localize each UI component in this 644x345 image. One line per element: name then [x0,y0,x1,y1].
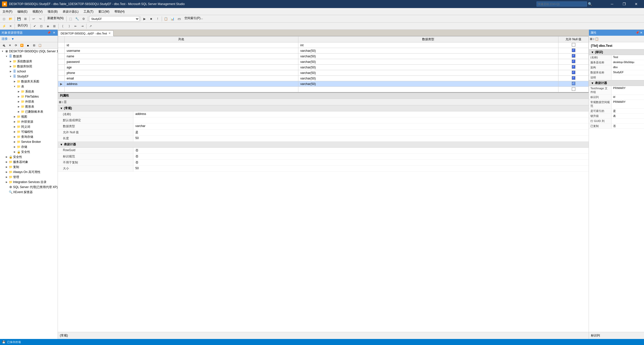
col-name-cell[interactable]: name [65,54,298,59]
col-nullable-cell[interactable] [558,48,589,54]
tree-tb-properties[interactable]: 📋 [37,43,43,48]
tb-btn12[interactable]: 📊 [170,16,176,22]
tb-redo-btn[interactable]: ↪ [37,16,43,22]
synonyms-toggle[interactable]: ▶ [13,124,17,129]
tree-tb-collapse[interactable]: ⊟ [31,43,37,48]
col-nullable-cell[interactable] [558,54,589,59]
restore-button[interactable]: ❐ [618,0,630,8]
spatial-index-button[interactable]: 空间索引(P)... [183,16,205,22]
table-row[interactable]: emailvarchar(50) [58,76,589,81]
nullable-checkbox[interactable] [572,60,575,63]
tree-db-snapshots[interactable]: ▶ 📁 数据库快照 [0,64,58,69]
menu-file[interactable]: 文件(F) [0,8,15,15]
nullable-checkbox[interactable] [572,76,575,80]
tree-tb-connect[interactable]: 🔌 [1,43,7,48]
rp-section-identity[interactable]: ▼ (标识) [589,49,644,55]
col-type-cell[interactable]: varchar(50) [298,59,558,65]
tree-server-objects[interactable]: ▶ 📁 服务器对象 [0,159,58,164]
database-dropdown[interactable]: StudyEF [89,16,139,22]
tb2-btn5[interactable]: ⟨ [60,23,66,29]
file-tables-toggle[interactable]: ▶ [17,94,21,99]
col-name-cell[interactable]: id [65,42,298,48]
tree-storage[interactable]: ▶ 📁 存储 [0,144,58,149]
prop-value-name[interactable]: address [133,111,589,117]
tree-external-res[interactable]: ▶ 📁 外部资源 [0,119,58,124]
col-name-cell[interactable]: username [65,48,298,54]
tree-tables[interactable]: ▼ 📁 表 [0,84,58,89]
tree-db-security[interactable]: ▶ 🔒 安全性 [0,149,58,154]
graph-tables-toggle[interactable]: ▶ [17,104,21,109]
tb-btn8[interactable]: ▶ [142,16,148,22]
col-name-cell[interactable]: password [65,59,298,65]
col-type-cell[interactable]: varchar(50) [298,48,558,54]
tree-studyef[interactable]: ▼ 🗄 StudyEF [0,74,58,79]
tb-btn13[interactable]: 🗃 [176,16,182,22]
server-toggle[interactable]: ▼ [1,49,5,54]
col-type-cell[interactable]: varchar(50) [298,81,558,87]
tb-saveall-btn[interactable]: ⊞ [22,16,28,22]
menu-project[interactable]: 项目(B) [45,8,60,15]
nullable-checkbox[interactable] [572,71,575,74]
tree-replication[interactable]: ▶ 📁 复制 [0,164,58,169]
prop-value-notreplication[interactable]: 否 [133,160,589,165]
col-props-tb1[interactable]: ⊞ [59,100,61,104]
tree-tb-stop[interactable]: ■ [25,43,31,48]
col-props-tb2[interactable]: ↕ [62,100,63,104]
col-nullable-cell[interactable] [558,81,589,87]
menu-table-designer[interactable]: 表设计器(L) [60,8,81,15]
table-row-empty[interactable] [58,87,589,92]
table-row[interactable]: idint [58,42,589,48]
external-res-toggle[interactable]: ▶ [13,119,17,124]
school-toggle[interactable]: ▶ [9,69,13,74]
tree-databases[interactable]: ▼ 🗄 数据库 [0,54,58,59]
prop-value-nullable[interactable]: 是 [133,130,589,135]
new-query-button[interactable]: 新建查询(N) [46,16,65,22]
tb-btn7[interactable]: ⚙ [81,16,87,22]
rp-tb-categorize[interactable]: ⊞ [590,37,592,41]
nullable-checkbox[interactable] [572,54,575,58]
server-security-toggle[interactable]: ▶ [5,154,9,159]
col-nullable-cell[interactable] [558,65,589,70]
col-props-tb3[interactable]: ☰ [64,100,67,104]
col-name-cell[interactable]: email [65,76,298,81]
menu-tools[interactable]: 工具(T) [81,8,96,15]
system-db-toggle[interactable]: ▶ [9,59,13,64]
tree-programmability[interactable]: ▶ 📁 可编程性 [0,129,58,134]
external-tables-toggle[interactable]: ▶ [17,99,21,104]
col-nullable-cell[interactable] [558,76,589,81]
tree-system-db[interactable]: ▶ 📁 系统数据库 [0,59,58,64]
col-type-cell[interactable]: varchar(50) [298,70,558,76]
tb2-btn8[interactable]: ⇥ [79,23,85,29]
connect-link[interactable]: 连接· [2,37,8,41]
prop-value-identity[interactable]: 否 [133,154,589,159]
tree-tb-refresh[interactable]: ⟳ [13,43,19,48]
tree-external-tables[interactable]: ▶ 📁 外部表 [0,99,58,104]
menu-edit[interactable]: 编辑(E) [15,8,30,15]
minimize-button[interactable]: ─ [606,0,618,8]
tb2-btn9[interactable]: ↗ [88,23,94,29]
table-row[interactable]: phonevarchar(50) [58,70,589,76]
properties-panel-close[interactable]: ✕ [640,31,642,34]
sql-agent-toggle[interactable] [5,185,9,190]
studyef-toggle[interactable]: ▼ [9,74,13,79]
db-diagrams-toggle[interactable]: ▶ [13,79,17,84]
tree-server[interactable]: ▼ 🖥 DESKTOP-58S0DQU (SQL Server 16.0... [0,49,58,54]
close-button[interactable]: ✕ [630,0,642,8]
tree-graph-tables[interactable]: ▶ 📁 图形表 [0,104,58,109]
server-objects-toggle[interactable]: ▶ [5,159,9,164]
rp-tb-properties[interactable]: 📋 [595,37,599,41]
tb-new-btn[interactable]: ◻ [1,16,7,22]
tb-btn11[interactable]: 📋 [163,16,169,22]
tb-btn6[interactable]: 🔧 [74,16,80,22]
tree-xevent[interactable]: 🔍 XEvent 探查器 [0,190,58,195]
tb2-btn2[interactable]: ⊡ [38,23,44,29]
tb-save-btn[interactable]: 💾 [16,16,22,22]
col-nullable-cell[interactable] [558,59,589,65]
tb-open-btn[interactable]: 📂 [8,16,14,22]
col-name-cell[interactable]: phone [65,70,298,76]
tb-undo-btn[interactable]: ↩ [31,16,37,22]
tree-file-tables[interactable]: ▶ 📁 FileTables [0,94,58,99]
tb2-connect[interactable]: ⚡ [1,23,7,29]
rp-section-tabledesigner[interactable]: ▼ 表设计器 [589,80,644,86]
props-section-tabledesigner[interactable]: ▼ 表设计器 [58,142,589,148]
